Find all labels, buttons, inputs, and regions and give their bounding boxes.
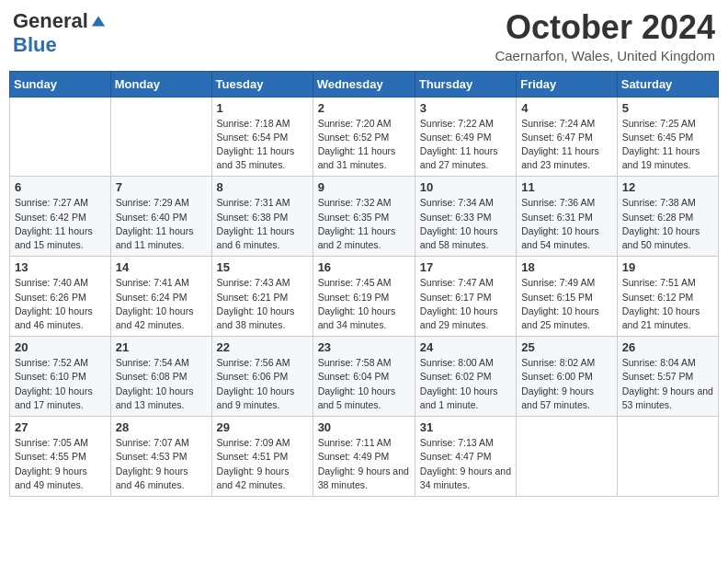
calendar-cell: 15Sunrise: 7:43 AMSunset: 6:21 PMDayligh… xyxy=(211,257,313,337)
calendar-week-row: 1Sunrise: 7:18 AMSunset: 6:54 PMDaylight… xyxy=(10,97,719,177)
day-number: 10 xyxy=(420,180,511,194)
calendar-cell: 11Sunrise: 7:36 AMSunset: 6:31 PMDayligh… xyxy=(517,177,618,257)
day-number: 24 xyxy=(420,340,511,354)
day-number: 27 xyxy=(15,420,106,434)
logo-icon xyxy=(90,13,107,29)
day-info: Sunrise: 7:29 AMSunset: 6:40 PMDaylight:… xyxy=(116,196,207,252)
day-info: Sunrise: 7:34 AMSunset: 6:33 PMDaylight:… xyxy=(420,196,511,252)
calendar-cell: 6Sunrise: 7:27 AMSunset: 6:42 PMDaylight… xyxy=(10,177,111,257)
day-number: 25 xyxy=(521,340,612,354)
calendar-cell: 17Sunrise: 7:47 AMSunset: 6:17 PMDayligh… xyxy=(415,257,516,337)
day-info: Sunrise: 7:07 AMSunset: 4:53 PMDaylight:… xyxy=(116,436,207,492)
day-info: Sunrise: 7:56 AMSunset: 6:06 PMDaylight:… xyxy=(217,356,308,412)
day-number: 17 xyxy=(420,260,511,274)
day-info: Sunrise: 7:41 AMSunset: 6:24 PMDaylight:… xyxy=(116,276,207,332)
day-number: 15 xyxy=(217,260,308,274)
calendar-cell: 25Sunrise: 8:02 AMSunset: 6:00 PMDayligh… xyxy=(517,337,618,417)
day-number: 14 xyxy=(116,260,207,274)
calendar-week-row: 27Sunrise: 7:05 AMSunset: 4:55 PMDayligh… xyxy=(10,417,719,497)
calendar-week-row: 13Sunrise: 7:40 AMSunset: 6:26 PMDayligh… xyxy=(10,257,719,337)
weekday-header-saturday: Saturday xyxy=(617,71,718,97)
calendar-cell: 27Sunrise: 7:05 AMSunset: 4:55 PMDayligh… xyxy=(10,417,111,497)
calendar-cell xyxy=(517,417,618,497)
day-info: Sunrise: 7:52 AMSunset: 6:10 PMDaylight:… xyxy=(15,356,106,412)
day-number: 28 xyxy=(116,420,207,434)
day-number: 20 xyxy=(15,340,106,354)
day-number: 16 xyxy=(318,260,410,274)
calendar-cell: 7Sunrise: 7:29 AMSunset: 6:40 PMDaylight… xyxy=(110,177,211,257)
calendar-cell: 8Sunrise: 7:31 AMSunset: 6:38 PMDaylight… xyxy=(211,177,313,257)
day-info: Sunrise: 7:22 AMSunset: 6:49 PMDaylight:… xyxy=(420,117,511,173)
day-info: Sunrise: 7:47 AMSunset: 6:17 PMDaylight:… xyxy=(420,276,511,332)
weekday-header-wednesday: Wednesday xyxy=(313,71,415,97)
day-number: 29 xyxy=(217,420,308,434)
day-number: 13 xyxy=(15,260,106,274)
day-info: Sunrise: 7:45 AMSunset: 6:19 PMDaylight:… xyxy=(318,276,410,332)
logo-general: General xyxy=(13,9,88,33)
logo-blue-text: Blue xyxy=(13,33,57,57)
day-info: Sunrise: 7:51 AMSunset: 6:12 PMDaylight:… xyxy=(622,276,713,332)
calendar-cell: 24Sunrise: 8:00 AMSunset: 6:02 PMDayligh… xyxy=(415,337,516,417)
calendar-cell: 12Sunrise: 7:38 AMSunset: 6:28 PMDayligh… xyxy=(617,177,718,257)
day-info: Sunrise: 8:02 AMSunset: 6:00 PMDaylight:… xyxy=(521,356,612,412)
day-info: Sunrise: 7:20 AMSunset: 6:52 PMDaylight:… xyxy=(318,117,410,173)
day-number: 19 xyxy=(622,260,713,274)
calendar-table: SundayMondayTuesdayWednesdayThursdayFrid… xyxy=(9,71,719,497)
calendar-week-row: 20Sunrise: 7:52 AMSunset: 6:10 PMDayligh… xyxy=(10,337,719,417)
day-info: Sunrise: 8:00 AMSunset: 6:02 PMDaylight:… xyxy=(420,356,511,412)
calendar-cell: 20Sunrise: 7:52 AMSunset: 6:10 PMDayligh… xyxy=(10,337,111,417)
day-number: 30 xyxy=(318,420,410,434)
calendar-cell xyxy=(617,417,718,497)
day-number: 21 xyxy=(116,340,207,354)
calendar-cell: 28Sunrise: 7:07 AMSunset: 4:53 PMDayligh… xyxy=(110,417,211,497)
calendar-cell: 13Sunrise: 7:40 AMSunset: 6:26 PMDayligh… xyxy=(10,257,111,337)
day-info: Sunrise: 7:09 AMSunset: 4:51 PMDaylight:… xyxy=(217,436,308,492)
logo: General Blue xyxy=(13,9,107,57)
month-title: October 2024 xyxy=(495,9,715,46)
svg-marker-0 xyxy=(92,17,105,27)
calendar-cell: 2Sunrise: 7:20 AMSunset: 6:52 PMDaylight… xyxy=(313,97,415,177)
weekday-header-row: SundayMondayTuesdayWednesdayThursdayFrid… xyxy=(10,71,719,97)
day-number: 2 xyxy=(318,101,410,115)
calendar-cell: 31Sunrise: 7:13 AMSunset: 4:47 PMDayligh… xyxy=(415,417,516,497)
weekday-header-tuesday: Tuesday xyxy=(211,71,313,97)
calendar-cell: 30Sunrise: 7:11 AMSunset: 4:49 PMDayligh… xyxy=(313,417,415,497)
calendar-cell: 16Sunrise: 7:45 AMSunset: 6:19 PMDayligh… xyxy=(313,257,415,337)
day-info: Sunrise: 7:13 AMSunset: 4:47 PMDaylight:… xyxy=(420,436,511,492)
location: Caernarfon, Wales, United Kingdom xyxy=(495,48,715,63)
calendar-cell: 10Sunrise: 7:34 AMSunset: 6:33 PMDayligh… xyxy=(415,177,516,257)
day-info: Sunrise: 8:04 AMSunset: 5:57 PMDaylight:… xyxy=(622,356,713,412)
day-number: 22 xyxy=(217,340,308,354)
day-number: 8 xyxy=(217,180,308,194)
day-info: Sunrise: 7:43 AMSunset: 6:21 PMDaylight:… xyxy=(217,276,308,332)
day-info: Sunrise: 7:54 AMSunset: 6:08 PMDaylight:… xyxy=(116,356,207,412)
day-info: Sunrise: 7:31 AMSunset: 6:38 PMDaylight:… xyxy=(217,196,308,252)
day-info: Sunrise: 7:11 AMSunset: 4:49 PMDaylight:… xyxy=(318,436,410,492)
day-info: Sunrise: 7:05 AMSunset: 4:55 PMDaylight:… xyxy=(15,436,106,492)
day-info: Sunrise: 7:36 AMSunset: 6:31 PMDaylight:… xyxy=(521,196,612,252)
day-info: Sunrise: 7:38 AMSunset: 6:28 PMDaylight:… xyxy=(622,196,713,252)
calendar-cell: 9Sunrise: 7:32 AMSunset: 6:35 PMDaylight… xyxy=(313,177,415,257)
calendar-cell: 1Sunrise: 7:18 AMSunset: 6:54 PMDaylight… xyxy=(211,97,313,177)
calendar-cell: 5Sunrise: 7:25 AMSunset: 6:45 PMDaylight… xyxy=(617,97,718,177)
day-number: 31 xyxy=(420,420,511,434)
calendar-cell: 14Sunrise: 7:41 AMSunset: 6:24 PMDayligh… xyxy=(110,257,211,337)
day-number: 12 xyxy=(622,180,713,194)
day-number: 7 xyxy=(116,180,207,194)
day-info: Sunrise: 7:24 AMSunset: 6:47 PMDaylight:… xyxy=(521,117,612,173)
calendar-cell: 23Sunrise: 7:58 AMSunset: 6:04 PMDayligh… xyxy=(313,337,415,417)
calendar-cell: 29Sunrise: 7:09 AMSunset: 4:51 PMDayligh… xyxy=(211,417,313,497)
day-number: 5 xyxy=(622,101,713,115)
calendar-cell: 26Sunrise: 8:04 AMSunset: 5:57 PMDayligh… xyxy=(617,337,718,417)
day-info: Sunrise: 7:58 AMSunset: 6:04 PMDaylight:… xyxy=(318,356,410,412)
day-number: 23 xyxy=(318,340,410,354)
weekday-header-friday: Friday xyxy=(517,71,618,97)
calendar-cell: 19Sunrise: 7:51 AMSunset: 6:12 PMDayligh… xyxy=(617,257,718,337)
day-info: Sunrise: 7:18 AMSunset: 6:54 PMDaylight:… xyxy=(217,117,308,173)
day-info: Sunrise: 7:27 AMSunset: 6:42 PMDaylight:… xyxy=(15,196,106,252)
calendar-cell: 22Sunrise: 7:56 AMSunset: 6:06 PMDayligh… xyxy=(211,337,313,417)
title-block: October 2024 Caernarfon, Wales, United K… xyxy=(495,9,715,63)
day-number: 26 xyxy=(622,340,713,354)
weekday-header-sunday: Sunday xyxy=(10,71,111,97)
page-header: General Blue October 2024 Caernarfon, Wa… xyxy=(9,9,719,63)
